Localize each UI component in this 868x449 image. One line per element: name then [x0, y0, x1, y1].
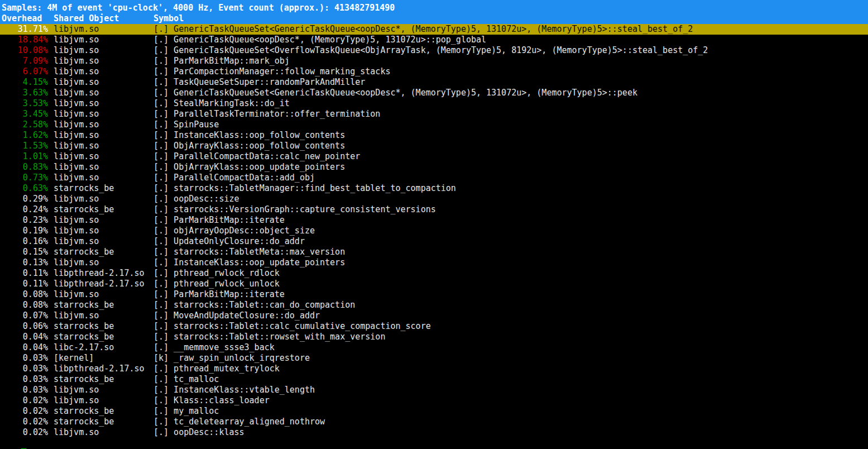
table-row[interactable]: 18.84%libjvm.so[.] GenericTaskQueue<oopD… — [0, 35, 868, 45]
table-row[interactable]: 0.19%libjvm.so[.] objArrayOopDesc::objec… — [0, 226, 868, 236]
overhead-percent: 0.03% — [0, 353, 48, 364]
overhead-percent: 0.02% — [0, 395, 48, 406]
table-row[interactable]: 0.16%libjvm.so[.] UpdateOnlyClosure::do_… — [0, 236, 868, 247]
symbol: [.] ParMarkBitMap::iterate — [154, 289, 868, 300]
table-row[interactable]: 3.45%libjvm.so[.] ParallelTaskTerminator… — [0, 109, 868, 120]
shared-object: libjvm.so — [54, 88, 154, 98]
symbol: [.] oopDesc::klass — [154, 427, 868, 438]
table-row[interactable]: 1.01%libjvm.so[.] ParallelCompactData::c… — [0, 151, 868, 162]
symbol: [.] starrocks::Tablet::can_do_compaction — [154, 300, 868, 311]
column-header-shared-object: Shared Object — [54, 13, 154, 24]
symbol: [.] MoveAndUpdateClosure::do_addr — [154, 311, 868, 321]
symbol: [.] StealMarkingTask::do_it — [154, 98, 868, 109]
shared-object: libjvm.so — [54, 45, 154, 56]
table-row[interactable]: 6.07%libjvm.so[.] ParCompactionManager::… — [0, 66, 868, 77]
table-row[interactable]: 1.62%libjvm.so[.] InstanceKlass::oop_fol… — [0, 130, 868, 141]
table-row[interactable]: 0.03%libpthread-2.17.so[.] pthread_mutex… — [0, 364, 868, 374]
symbol: [.] starrocks::VersionGraph::capture_con… — [154, 204, 868, 215]
table-row[interactable]: 0.08%starrocks_be[.] starrocks::Tablet::… — [0, 300, 868, 311]
table-row[interactable]: 0.83%libjvm.so[.] ObjArrayKlass::oop_upd… — [0, 162, 868, 173]
shared-object: libjvm.so — [54, 257, 154, 268]
table-row[interactable]: 0.23%libjvm.so[.] ParMarkBitMap::iterate — [0, 215, 868, 226]
overhead-percent: 0.19% — [0, 226, 48, 236]
symbol: [.] Klass::class_loader — [154, 395, 868, 406]
shared-object: libjvm.so — [54, 98, 154, 109]
table-row[interactable]: 0.11%libpthread-2.17.so[.] pthread_rwloc… — [0, 279, 868, 289]
table-row[interactable]: 0.13%libjvm.so[.] InstanceKlass::oop_upd… — [0, 257, 868, 268]
symbol: [.] ObjArrayKlass::oop_follow_contents — [154, 141, 868, 151]
symbol: [.] UpdateOnlyClosure::do_addr — [154, 236, 868, 247]
table-row[interactable]: 0.04%starrocks_be[.] starrocks::Tablet::… — [0, 332, 868, 342]
table-row[interactable]: 0.29%libjvm.so[.] oopDesc::size — [0, 194, 868, 204]
table-row[interactable]: 0.08%libjvm.so[.] ParMarkBitMap::iterate — [0, 289, 868, 300]
overhead-percent: 3.63% — [0, 88, 48, 98]
overhead-percent: 0.02% — [0, 406, 48, 417]
table-row[interactable]: 0.02%libjvm.so[.] Klass::class_loader — [0, 395, 868, 406]
symbol: [.] ParallelCompactData::calc_new_pointe… — [154, 151, 868, 162]
table-row[interactable]: 0.06%starrocks_be[.] starrocks::Tablet::… — [0, 321, 868, 332]
table-row[interactable]: 2.58%libjvm.so[.] SpinPause — [0, 120, 868, 130]
table-row[interactable]: 0.24%starrocks_be[.] starrocks::VersionG… — [0, 204, 868, 215]
symbol: [.] pthread_mutex_trylock — [154, 364, 868, 374]
shared-object: libjvm.so — [54, 141, 154, 151]
table-row[interactable]: 0.11%libpthread-2.17.so[.] pthread_rwloc… — [0, 268, 868, 279]
table-row[interactable]: 3.63%libjvm.so[.] GenericTaskQueueSet<Ge… — [0, 88, 868, 98]
overhead-percent: 3.53% — [0, 98, 48, 109]
shared-object: starrocks_be — [54, 321, 154, 332]
table-row[interactable]: 0.63%starrocks_be[.] starrocks::TabletMa… — [0, 183, 868, 194]
table-row[interactable]: 0.02%starrocks_be[.] tc_deletearray_alig… — [0, 417, 868, 427]
overhead-percent: 0.24% — [0, 204, 48, 215]
symbol: [.] SpinPause — [154, 120, 868, 130]
overhead-percent: 0.15% — [0, 247, 48, 257]
overhead-percent: 0.23% — [0, 215, 48, 226]
symbol: [.] pthread_rwlock_unlock — [154, 279, 868, 289]
table-row[interactable]: 0.07%libjvm.so[.] MoveAndUpdateClosure::… — [0, 311, 868, 321]
table-row[interactable]: 4.15%libjvm.so[.] TaskQueueSetSuper::ran… — [0, 77, 868, 88]
shared-object: libjvm.so — [54, 77, 154, 88]
shared-object: libpthread-2.17.so — [54, 364, 154, 374]
footer-hint: For a higher level overview, try: perf t… — [0, 438, 868, 448]
overhead-percent: 18.84% — [0, 35, 48, 45]
symbol: [.] my_malloc — [154, 406, 868, 417]
symbol: [.] InstanceKlass::oop_follow_contents — [154, 130, 868, 141]
table-row[interactable]: 0.04%libc-2.17.so[.] __memmove_ssse3_bac… — [0, 342, 868, 353]
overhead-percent: 0.06% — [0, 321, 48, 332]
symbol: [.] ObjArrayKlass::oop_update_pointers — [154, 162, 868, 173]
symbol: [.] objArrayOopDesc::object_size — [154, 226, 868, 236]
table-row[interactable]: 0.03%libjvm.so[.] InstanceKlass::vtable_… — [0, 385, 868, 395]
symbol: [.] starrocks::Tablet::calc_cumulative_c… — [154, 321, 868, 332]
symbol: [.] ParallelCompactData::add_obj — [154, 173, 868, 183]
table-row[interactable]: 31.71%libjvm.so[.] GenericTaskQueueSet<G… — [0, 24, 868, 35]
symbol: [.] tc_deletearray_aligned_nothrow — [154, 417, 868, 427]
rows: 31.71%libjvm.so[.] GenericTaskQueueSet<G… — [0, 24, 868, 438]
table-row[interactable]: 3.53%libjvm.so[.] StealMarkingTask::do_i… — [0, 98, 868, 109]
overhead-percent: 0.29% — [0, 194, 48, 204]
table-row[interactable]: 7.09%libjvm.so[.] ParMarkBitMap::mark_ob… — [0, 56, 868, 66]
overhead-percent: 0.03% — [0, 364, 48, 374]
shared-object: libjvm.so — [54, 66, 154, 77]
table-row[interactable]: 0.02%libjvm.so[.] oopDesc::klass — [0, 427, 868, 438]
table-row[interactable]: 0.73%libjvm.so[.] ParallelCompactData::a… — [0, 173, 868, 183]
table-row[interactable]: 1.53%libjvm.so[.] ObjArrayKlass::oop_fol… — [0, 141, 868, 151]
shared-object: libjvm.so — [54, 173, 154, 183]
symbol: [.] starrocks::Tablet::rowset_with_max_v… — [154, 332, 868, 342]
symbol: [.] ParallelTaskTerminator::offer_termin… — [154, 109, 868, 120]
overhead-percent: 4.15% — [0, 77, 48, 88]
shared-object: libjvm.so — [54, 151, 154, 162]
table-row[interactable]: 0.03%starrocks_be[.] tc_malloc — [0, 374, 868, 385]
table-row[interactable]: 0.02%starrocks_be[.] my_malloc — [0, 406, 868, 417]
overhead-percent: 1.62% — [0, 130, 48, 141]
shared-object: libjvm.so — [54, 24, 154, 35]
shared-object: libjvm.so — [54, 236, 154, 247]
shared-object: libjvm.so — [54, 427, 154, 438]
shared-object: starrocks_be — [54, 332, 154, 342]
symbol: [.] starrocks::TabletManager::find_best_… — [154, 183, 868, 194]
overhead-percent: 1.01% — [0, 151, 48, 162]
table-row[interactable]: 0.03%[kernel][k] _raw_spin_unlock_irqres… — [0, 353, 868, 364]
table-row[interactable]: 10.08%libjvm.so[.] GenericTaskQueueSet<O… — [0, 45, 868, 56]
overhead-percent: 0.08% — [0, 289, 48, 300]
table-row[interactable]: 0.15%starrocks_be[.] starrocks::TabletMe… — [0, 247, 868, 257]
symbol: [.] ParMarkBitMap::mark_obj — [154, 56, 868, 66]
overhead-percent: 0.08% — [0, 300, 48, 311]
shared-object: libjvm.so — [54, 109, 154, 120]
